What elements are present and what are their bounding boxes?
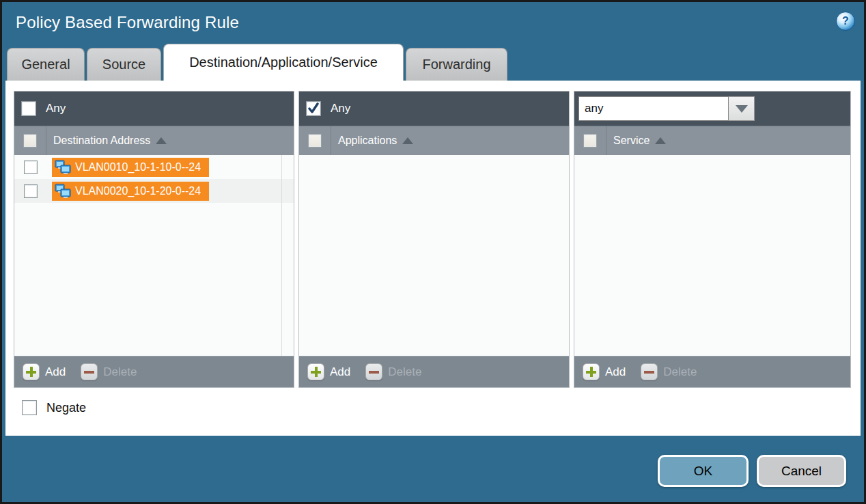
destination-column-header[interactable]: Destination Address — [14, 126, 294, 155]
service-select-all-checkbox[interactable] — [583, 134, 597, 148]
applications-panel: Any Applications Add Delete — [298, 91, 570, 388]
destination-entry-label: VLAN0020_10-1-20-0--24 — [75, 185, 201, 197]
scrollbar-gutter — [281, 155, 282, 356]
service-column-label: Service — [613, 135, 650, 147]
destination-list: VLAN0010_10-1-10-0--24 — [14, 155, 294, 356]
service-dropdown-bar — [574, 92, 850, 126]
negate-label: Negate — [46, 401, 86, 415]
sort-ascending-icon — [156, 137, 167, 144]
destination-row-checkbox[interactable] — [24, 184, 38, 198]
delete-minus-icon — [365, 363, 382, 380]
applications-column-header[interactable]: Applications — [299, 126, 569, 155]
service-panel-footer: Add Delete — [574, 356, 850, 387]
applications-column-label: Applications — [338, 135, 397, 147]
destination-row-checkbox[interactable] — [24, 160, 38, 174]
policy-based-forwarding-dialog: Policy Based Forwarding Rule ? General S… — [0, 0, 866, 504]
applications-list — [299, 155, 569, 356]
destination-entry[interactable]: VLAN0010_10-1-10-0--24 — [52, 158, 209, 177]
cancel-button[interactable]: Cancel — [757, 455, 846, 487]
service-dropdown-input[interactable] — [578, 96, 729, 121]
checkmark-icon — [307, 102, 320, 115]
add-plus-icon — [307, 363, 324, 380]
delete-minus-icon — [81, 363, 98, 380]
applications-any-bar: Any — [299, 92, 569, 126]
service-column-header[interactable]: Service — [574, 126, 850, 155]
tab-forwarding[interactable]: Forwarding — [406, 48, 507, 81]
destination-row: VLAN0010_10-1-10-0--24 — [14, 155, 294, 179]
dialog-title: Policy Based Forwarding Rule — [16, 13, 239, 32]
sort-ascending-icon — [402, 137, 413, 144]
tab-bar: General Source Destination/Application/S… — [7, 44, 507, 81]
service-dropdown — [578, 96, 755, 121]
destination-select-all-checkbox[interactable] — [23, 134, 37, 148]
destination-entry-label: VLAN0010_10-1-10-0--24 — [75, 161, 201, 173]
destination-entry[interactable]: VLAN0020_10-1-20-0--24 — [52, 182, 209, 201]
add-plus-icon — [583, 363, 600, 380]
applications-panel-footer: Add Delete — [299, 356, 569, 387]
destination-any-label: Any — [46, 102, 66, 115]
service-dropdown-button[interactable] — [729, 96, 755, 121]
applications-delete-button[interactable]: Delete — [365, 363, 421, 380]
destination-address-panel: Any Destination Address — [14, 91, 294, 388]
add-plus-icon — [23, 363, 40, 380]
tab-destination-application-service[interactable]: Destination/Application/Service — [163, 44, 404, 81]
chevron-down-icon — [736, 105, 748, 113]
destination-panel-footer: Add Delete — [14, 356, 294, 387]
address-group-icon — [55, 160, 71, 175]
applications-add-button[interactable]: Add — [307, 363, 350, 380]
ok-button[interactable]: OK — [658, 455, 749, 487]
tab-general[interactable]: General — [7, 48, 85, 81]
tab-source[interactable]: Source — [87, 48, 161, 81]
address-group-icon — [55, 184, 71, 199]
delete-minus-icon — [641, 363, 658, 380]
applications-select-all-checkbox[interactable] — [308, 134, 322, 148]
destination-row: VLAN0020_10-1-20-0--24 — [14, 179, 294, 203]
service-add-button[interactable]: Add — [583, 363, 626, 380]
negate-checkbox[interactable] — [22, 400, 37, 415]
help-icon[interactable]: ? — [836, 12, 855, 31]
destination-any-bar: Any — [14, 92, 294, 126]
title-bar: Policy Based Forwarding Rule ? — [2, 2, 864, 44]
destination-add-button[interactable]: Add — [23, 363, 66, 380]
service-list — [574, 155, 850, 356]
applications-any-checkbox[interactable] — [306, 101, 321, 116]
destination-any-checkbox[interactable] — [21, 101, 36, 116]
service-delete-button[interactable]: Delete — [641, 363, 697, 380]
service-panel: Service Add Delete — [574, 91, 851, 388]
tab-content-area: Any Destination Address — [5, 81, 861, 436]
applications-any-label: Any — [331, 102, 350, 115]
destination-delete-button[interactable]: Delete — [81, 363, 137, 380]
destination-column-label: Destination Address — [53, 135, 150, 147]
sort-ascending-icon — [655, 137, 666, 144]
negate-row: Negate — [22, 400, 86, 415]
